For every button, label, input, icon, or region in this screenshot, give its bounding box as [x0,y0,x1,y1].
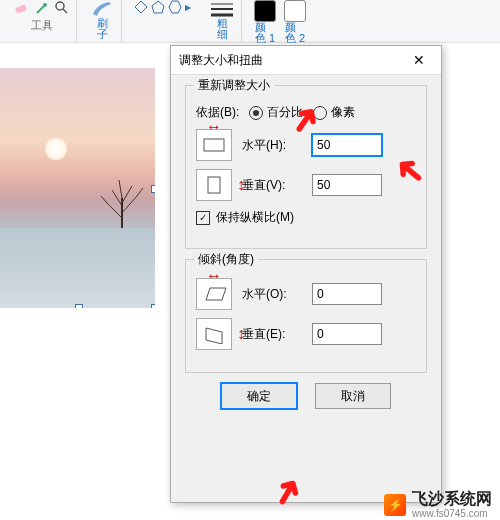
diamond-icon[interactable] [134,0,148,14]
resize-fieldset: 重新调整大小 依据(B): 百分比 像素 ↔ 水平(H): [185,85,427,249]
skew-v-input[interactable] [312,323,382,345]
svg-line-14 [122,186,132,203]
svg-marker-5 [152,1,164,13]
checkbox-icon [196,211,210,225]
resize-handle-br[interactable] [151,304,155,308]
double-arrow-v-icon: ↕ [237,319,245,349]
brush-label: 刷 子 [97,18,108,40]
resize-skew-dialog: 调整大小和扭曲 ✕ 重新调整大小 依据(B): 百分比 像素 ↔ 水平(H): [170,45,442,503]
svg-rect-19 [208,177,220,193]
resize-handle-bm[interactable] [75,304,83,308]
vert-input[interactable] [312,174,382,196]
svg-line-16 [101,196,107,203]
svg-rect-0 [15,4,26,13]
brush-group: 刷 子 [83,0,122,42]
cancel-button[interactable]: 取消 [315,383,391,409]
svg-point-1 [43,3,47,7]
eyedropper-icon[interactable] [34,0,50,16]
shape-palette[interactable]: ▸ [134,0,191,14]
chevron-right-icon[interactable]: ▸ [185,0,191,14]
radio-dot-icon [249,106,263,120]
color2-label: 颜 色 2 [285,22,305,44]
svg-rect-18 [204,139,224,151]
svg-line-15 [119,180,122,198]
skew-fieldset: 倾斜(角度) ↔ 水平(O): ↕ 垂直(E): [185,259,427,373]
hexagon-icon[interactable] [168,0,182,14]
eraser-icon[interactable] [14,0,30,16]
skew-v-label: 垂直(E): [242,326,302,343]
color1-label: 颜 色 1 [255,22,275,44]
skew-h-icon: ↔ [196,278,232,310]
radio-dot-icon [313,106,327,120]
image-canvas[interactable] [0,68,155,308]
radio-pixels[interactable]: 像素 [313,104,355,121]
thickness-label: 粗 细 [217,18,228,40]
thickness-button[interactable]: 粗 细 [209,0,235,40]
watermark-url: www.fs0745.com [412,508,492,519]
ok-button[interactable]: 确定 [221,383,297,409]
svg-line-3 [63,9,67,13]
skew-legend: 倾斜(角度) [194,251,258,268]
double-arrow-h-icon: ↔ [197,118,231,136]
ribbon-toolbar: 工具 刷 子 ▸ 粗 细 颜 色 1 颜 色 2 [0,0,500,43]
skew-v-icon: ↕ [196,318,232,350]
vert-icon: ↕ [196,169,232,201]
pentagon-icon[interactable] [151,0,165,14]
shapes-group: ▸ [128,0,197,42]
magnifier-icon[interactable] [54,0,70,16]
svg-marker-20 [206,288,226,300]
svg-line-13 [112,190,122,206]
close-icon[interactable]: ✕ [405,52,433,68]
svg-marker-21 [206,328,222,344]
water-graphic [0,228,155,308]
skew-h-input[interactable] [312,283,382,305]
svg-line-17 [137,188,143,196]
svg-point-2 [56,2,64,10]
svg-line-11 [107,203,122,218]
skew-h-label: 水平(O): [242,286,302,303]
color1-swatch[interactable] [254,0,276,22]
tools-group: 工具 [8,0,77,42]
watermark-title: 飞沙系统网 [412,490,492,508]
dialog-title-bar[interactable]: 调整大小和扭曲 ✕ [171,46,441,75]
canvas-area: 调整大小和扭曲 ✕ 重新调整大小 依据(B): 百分比 像素 ↔ 水平(H): [0,43,500,520]
double-arrow-v-icon: ↕ [237,170,245,200]
sun-graphic [45,138,67,160]
svg-marker-4 [135,1,147,13]
keep-ratio-checkbox[interactable]: 保持纵横比(M) [196,209,294,226]
vert-label: 垂直(V): [242,177,302,194]
horiz-input[interactable] [312,134,382,156]
horiz-icon: ↔ [196,129,232,161]
svg-marker-6 [169,1,181,13]
watermark-logo-icon: ⚡ [384,494,406,516]
colors-group: 颜 色 1 颜 色 2 [248,0,312,42]
resize-handle-mr[interactable] [151,185,155,193]
color2-swatch[interactable] [284,0,306,22]
dialog-title: 调整大小和扭曲 [179,52,263,69]
horiz-label: 水平(H): [242,137,302,154]
double-arrow-h-icon: ↔ [197,267,231,285]
watermark: ⚡ 飞沙系统网 www.fs0745.com [384,490,492,519]
thickness-group: 粗 细 [203,0,242,42]
tools-group-label: 工具 [31,18,53,33]
brush-button[interactable]: 刷 子 [89,0,115,40]
resize-legend: 重新调整大小 [194,77,274,94]
radio-percent[interactable]: 百分比 [249,104,303,121]
